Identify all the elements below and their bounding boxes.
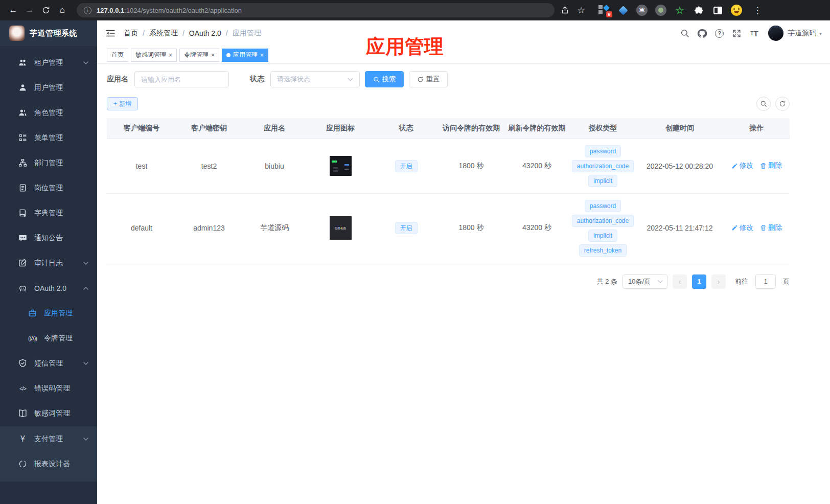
sidebar-item-audit-log[interactable]: 审计日志 [0,250,97,276]
sidebar-item-post[interactable]: 岗位管理 [0,175,97,200]
sidebar-item-oauth-application[interactable]: 应用管理 [0,301,97,326]
sidebar-item-oauth[interactable]: OAuth 2.0 [0,276,97,301]
browser-reload-button[interactable] [38,2,54,18]
github-link-button[interactable] [694,25,711,42]
next-page-button[interactable]: › [711,274,726,289]
close-icon[interactable]: × [211,52,215,58]
shield-check-icon [18,359,27,368]
extension-blocks-icon[interactable]: 9 [598,5,610,16]
prev-page-button[interactable]: ‹ [673,274,687,289]
sidebar-item-label: 敏感词管理 [34,409,70,418]
sidebar-item-dict[interactable]: 字典管理 [0,200,97,225]
username-label[interactable]: 芋道源码 [788,29,816,38]
sidebar-item-notice[interactable]: 通知公告 [0,225,97,250]
trash-icon [760,163,767,169]
breadcrumb-oauth[interactable]: OAuth 2.0 [189,29,221,37]
tab-application-active[interactable]: 应用管理× [222,49,268,62]
sidebar-item-label: 用户管理 [34,83,63,93]
edit-link[interactable]: 修改 [731,161,754,170]
hamburger-icon [105,28,116,38]
status-label: 状态 [250,75,264,84]
tab-token[interactable]: 令牌管理× [179,49,219,62]
sidebar-item-report-designer[interactable]: 报表设计器 [0,451,97,476]
col-grant-types: 授权类型 [570,118,636,139]
address-bar[interactable]: i 127.0.0.1:1024/system/oauth2/oauth2/ap… [77,3,555,17]
reset-button[interactable]: 重置 [409,71,448,87]
breadcrumb-home[interactable]: 首页 [124,29,138,38]
search-button[interactable]: 搜索 [365,71,404,87]
close-icon[interactable]: × [169,52,172,58]
tab-sensitive-word[interactable]: 敏感词管理× [131,49,177,62]
app-logo [9,26,25,41]
breadcrumb-system[interactable]: 系统管理 [149,29,178,38]
extensions-puzzle-icon[interactable] [693,5,704,16]
browser-back-button[interactable]: ← [5,2,21,18]
col-app-name: 应用名 [242,118,307,139]
sidebar-item-sms[interactable]: 短信管理 [0,351,97,376]
status-select[interactable]: 请选择状态 [270,71,360,87]
extension-gem-icon[interactable] [617,5,629,16]
code-icon: </> [18,384,27,393]
toggle-search-button[interactable] [756,97,771,111]
share-button[interactable] [557,2,573,18]
app-logo-row[interactable]: 芋道管理系统 [0,20,97,46]
site-info-icon[interactable]: i [84,7,91,14]
sidebar-item-errcode[interactable]: </> 错误码管理 [0,376,97,401]
extension-command-icon[interactable]: ⌘ [636,5,648,16]
cell-access-ttl: 1800 秒 [439,139,504,193]
sidebar-item-dept[interactable]: 部门管理 [0,150,97,175]
tags-view-bar: 首页 敏感词管理× 令牌管理× 应用管理× [97,46,830,63]
close-icon[interactable]: × [260,52,264,58]
page-size-select[interactable]: 10条/页 [622,274,667,289]
header-search-button[interactable] [676,25,694,42]
refresh-table-button[interactable] [775,97,790,111]
briefcase-icon [28,309,37,317]
sidebar-item-user[interactable]: 用户管理 [0,75,97,100]
font-size-button[interactable]: TT [746,25,763,42]
search-icon [373,76,380,83]
add-button[interactable]: + 新增 [107,97,138,110]
sidebar-fold-button[interactable] [105,28,116,38]
edit-link[interactable]: 修改 [731,223,754,233]
user-avatar[interactable] [768,26,783,41]
chevron-down-icon [83,438,88,441]
top-navbar: 首页 / 系统管理 / OAuth 2.0 / 应用管理 ? TT [97,20,830,46]
sidebar-item-tenant[interactable]: 租户管理 [0,50,97,75]
applications-table: 客户端编号 客户端密钥 应用名 应用图标 状态 访问令牌的有效期 刷新令牌的有效… [107,118,790,263]
delete-link[interactable]: 删除 [760,223,782,233]
url-host: 127.0.0.1 [97,7,124,14]
extension-record-icon[interactable] [655,5,666,16]
sidebar-item-oauth-token[interactable]: ((A)) 令牌管理 [0,326,97,351]
fullscreen-button[interactable] [728,25,746,42]
bookmark-button[interactable]: ☆ [573,2,589,18]
sidebar-item-pay[interactable]: ¥ 支付管理 [0,426,97,451]
table-row: test test2 biubiu 开启 1800 秒 43200 秒 pass… [107,139,790,193]
status-badge: 开启 [395,222,418,234]
profile-avatar-icon[interactable] [731,5,742,16]
refresh-icon [779,100,786,107]
grant-type-tags: password authorization_code implicit [572,145,634,187]
extension-green-star-icon[interactable]: ☆ [674,5,685,16]
chevron-down-icon [658,280,663,283]
current-page-button[interactable]: 1 [692,274,706,289]
app-name-input[interactable] [134,71,229,87]
browser-forward-button[interactable]: → [21,2,38,18]
col-refresh-ttl: 刷新令牌的有效期 [504,118,570,139]
delete-link[interactable]: 删除 [760,161,782,170]
sidebar-item-role[interactable]: 角色管理 [0,100,97,125]
tab-home[interactable]: 首页 [107,49,128,62]
goto-page-input[interactable] [755,274,776,289]
search-icon [680,29,689,38]
sidebar-item-sensitive-word[interactable]: 敏感词管理 [0,401,97,426]
page-unit-label: 页 [783,277,790,286]
browser-menu-button[interactable]: ⋮ [749,2,766,18]
sidebar-toggle-icon[interactable] [712,5,723,16]
total-count-label: 共 2 条 [597,277,617,286]
sidebar-item-menu[interactable]: 菜单管理 [0,125,97,150]
chevron-up-icon [83,287,88,290]
app-icon-thumbnail: GitHub [330,216,352,240]
github-icon [697,29,707,38]
caret-down-icon[interactable]: ▾ [819,31,822,36]
browser-home-button[interactable]: ⌂ [54,2,71,18]
help-button[interactable]: ? [711,25,728,42]
